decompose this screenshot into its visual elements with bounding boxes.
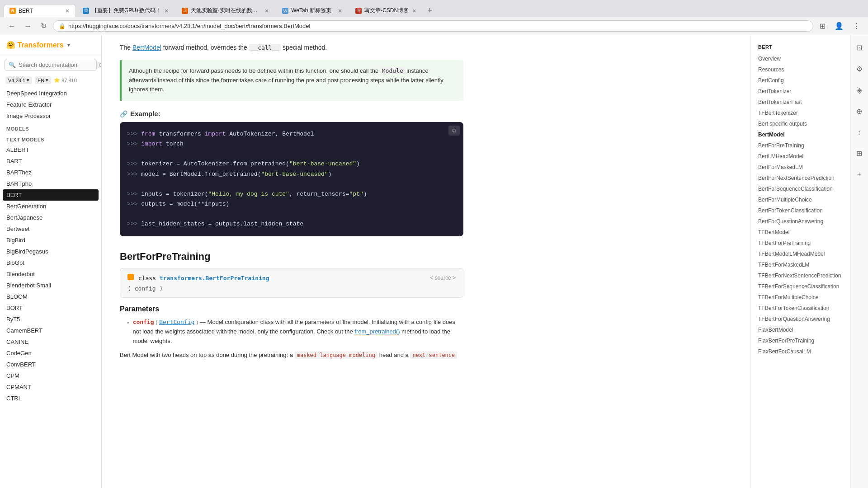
toc-item-bertfortokenclassification[interactable]: BertForTokenClassification <box>751 205 850 216</box>
panel-icon-3[interactable]: ◈ <box>854 83 865 97</box>
class-definition: class transformers.BertForPreTraining <box>127 274 269 282</box>
class-full-name[interactable]: transformers.BertForPreTraining <box>160 275 269 282</box>
panel-icon-1[interactable]: ⊡ <box>854 41 865 55</box>
search-box[interactable]: 🔍 Ctrl+K <box>5 59 97 71</box>
toc-item-tfbertfornextsentenceprediction[interactable]: TFBertForNextSentencePrediction <box>751 270 850 281</box>
toc-item-berttokenizer[interactable]: BertTokenizer <box>751 86 850 97</box>
tab-close-wetab[interactable]: × <box>337 7 343 14</box>
sidebar-item-convbert[interactable]: ConvBERT <box>0 359 101 370</box>
toc-item-tfbertmodel[interactable]: TFBertModel <box>751 227 850 238</box>
sidebar-item-codegen[interactable]: CodeGen <box>0 347 101 359</box>
tab-bert[interactable]: B BERT × <box>4 4 76 17</box>
sidebar-item-bartpho[interactable]: BARTpho <box>0 178 101 189</box>
panel-icon-5[interactable]: ↕ <box>855 126 864 139</box>
code-copy-button[interactable]: ⧉ <box>448 126 460 136</box>
sidebar-item-canine[interactable]: CANINE <box>0 336 101 347</box>
sidebar-item-cpmant[interactable]: CPMANT <box>0 381 101 393</box>
tab-wetab[interactable]: W WeTab 新标签页 × <box>276 4 349 17</box>
toc-item-resources[interactable]: Resources <box>751 64 850 75</box>
forward-button[interactable]: → <box>22 20 34 32</box>
sidebar-item-bertgeneration[interactable]: BertGeneration <box>0 201 101 212</box>
sidebar-item-image-processor[interactable]: Image Processor <box>0 110 101 122</box>
menu-button[interactable]: ⋮ <box>850 20 863 32</box>
tab-tianchi[interactable]: 天 天池实验室·实时在线的数据分析 × <box>176 4 275 17</box>
sidebar-logo-chevron[interactable]: ▾ <box>67 42 70 48</box>
panel-icon-4[interactable]: ⊕ <box>854 104 865 118</box>
param-config-method-link[interactable]: from_pretrained() <box>354 328 400 335</box>
sidebar-item-bart[interactable]: BART <box>0 155 101 167</box>
class-line: class transformers.BertForPreTraining < … <box>127 274 456 282</box>
extensions-button[interactable]: ⊞ <box>817 20 828 32</box>
sidebar-item-byt5[interactable]: ByT5 <box>0 314 101 325</box>
sidebar-item-deepspeed[interactable]: DeepSpeed Integration <box>0 88 101 99</box>
url-bar[interactable]: 🔒 https://huggingface.co/docs/transforme… <box>53 20 813 32</box>
sidebar-item-bertjapanese[interactable]: BertJapanese <box>0 212 101 223</box>
toc-item-tfbertforsequenceclassification[interactable]: TFBertForSequenceClassification <box>751 281 850 292</box>
new-tab-button[interactable]: + <box>424 4 436 17</box>
forward-text2: special method. <box>283 44 327 51</box>
sidebar-item-blenderbot[interactable]: Blenderbot <box>0 268 101 280</box>
param-config-row: • config ( BertConfig ) — Model configur… <box>120 318 463 346</box>
sidebar-item-bertweet[interactable]: Bertweet <box>0 223 101 235</box>
back-button[interactable]: ← <box>5 20 18 32</box>
sidebar-item-ctrl[interactable]: CTRL <box>0 393 101 404</box>
toc-item-bertfornextsentenceprediction[interactable]: BertForNextSentencePrediction <box>751 173 850 183</box>
sidebar-item-feature-extractor[interactable]: Feature Extractor <box>0 99 101 110</box>
sidebar-nav: DeepSpeed Integration Feature Extractor … <box>0 88 101 488</box>
toc-item-overview[interactable]: Overview <box>751 53 850 64</box>
toc-item-tfbertmodellmheadmodel[interactable]: TFBertModelLMHeadModel <box>751 249 850 259</box>
tab-csdn[interactable]: 写 写文章-CSDN博客 × <box>349 4 423 17</box>
reload-button[interactable]: ↻ <box>38 20 49 32</box>
tab-close-tianchi[interactable]: × <box>264 7 269 14</box>
tab-gpu[interactable]: 重 【重要】免费GPU+数代码！ × <box>77 4 175 17</box>
toc-item-tfberttokenizer[interactable]: TFBertTokenizer <box>751 108 850 118</box>
toc-item-tfbertformultiplechoice[interactable]: TFBertForMultipleChoice <box>751 292 850 303</box>
toc-item-bertforquestionanswering[interactable]: BertForQuestionAnswering <box>751 216 850 227</box>
sidebar-item-biogpt[interactable]: BioGpt <box>0 257 101 268</box>
version-badge[interactable]: V4.28.1 ▾ <box>5 76 32 84</box>
sidebar-item-camembert[interactable]: CamemBERT <box>0 325 101 336</box>
lang-badge[interactable]: EN ▾ <box>35 76 51 84</box>
sidebar-item-bert[interactable]: BERT <box>3 189 99 201</box>
nav-item-label: Blenderbot Small <box>6 282 51 289</box>
panel-icon-7[interactable]: + <box>854 168 864 181</box>
toc-item-bertforpretraining[interactable]: BertForPreTraining <box>751 140 850 151</box>
toc-item-flaxbertforpretraining[interactable]: FlaxBertForPreTraining <box>751 335 850 346</box>
sidebar-item-barthez[interactable]: BARThez <box>0 167 101 178</box>
sidebar-item-bloom[interactable]: BLOOM <box>0 291 101 302</box>
sidebar-item-bigbird[interactable]: BigBird <box>0 235 101 246</box>
sidebar-item-bort[interactable]: BORT <box>0 302 101 314</box>
star-count: 97,810 <box>61 78 77 83</box>
sidebar-logo[interactable]: 🤗 Transformers <box>6 41 64 49</box>
toc-item-tfbertformaskedlm[interactable]: TFBertForMaskedLM <box>751 259 850 270</box>
sidebar-item-albert[interactable]: ALBERT <box>0 144 101 155</box>
toc-item-flaxbertforcausallm[interactable]: FlaxBertForCausalLM <box>751 346 850 357</box>
sidebar-item-blenderbot-small[interactable]: Blenderbot Small <box>0 280 101 291</box>
panel-icon-2[interactable]: ⚙ <box>854 62 865 76</box>
toc-item-tfbertfortokenclassification[interactable]: TFBertForTokenClassification <box>751 303 850 314</box>
toc-item-bertmodel[interactable]: BertModel <box>751 129 850 140</box>
toc-item-tfbertforquestionanswering[interactable]: TFBertForQuestionAnswering <box>751 314 850 324</box>
toc-item-bert-specific-outputs[interactable]: Bert specific outputs <box>751 118 850 129</box>
toc-item-bertformaskedlm[interactable]: BertForMaskedLM <box>751 162 850 173</box>
tab-close-bert[interactable]: × <box>65 7 70 14</box>
sidebar-item-bigbirdpegasus[interactable]: BigBirdPegasus <box>0 246 101 257</box>
toc-item-bertformultiplechoice[interactable]: BertForMultipleChoice <box>751 194 850 205</box>
panel-icon-6[interactable]: ⊞ <box>854 146 865 160</box>
toc-item-bertlmheadmodel[interactable]: BertLMHeadModel <box>751 151 850 162</box>
toc-item-flaxbertmodel[interactable]: FlaxBertModel <box>751 324 850 335</box>
tab-close-csdn[interactable]: × <box>411 7 417 14</box>
source-link[interactable]: < source > <box>430 275 456 281</box>
profile-button[interactable]: 👤 <box>832 20 846 32</box>
toc-item-tfbertforpretraining[interactable]: TFBertForPreTraining <box>751 238 850 249</box>
search-input[interactable] <box>19 61 94 68</box>
bertmodel-link[interactable]: BertModel <box>132 44 161 51</box>
toc-item-berttokenizerfast[interactable]: BertTokenizerFast <box>751 97 850 108</box>
tab-title-gpu: 【重要】免费GPU+数代码！ <box>92 7 161 14</box>
sidebar-item-cpm[interactable]: CPM <box>0 370 101 381</box>
param-config-type[interactable]: BertConfig <box>159 319 194 325</box>
tab-close-gpu[interactable]: × <box>164 7 169 14</box>
nav-item-label: CamemBERT <box>6 327 42 334</box>
toc-item-bertconfig[interactable]: BertConfig <box>751 75 850 86</box>
toc-item-bertforsequenceclassification[interactable]: BertForSequenceClassification <box>751 183 850 194</box>
